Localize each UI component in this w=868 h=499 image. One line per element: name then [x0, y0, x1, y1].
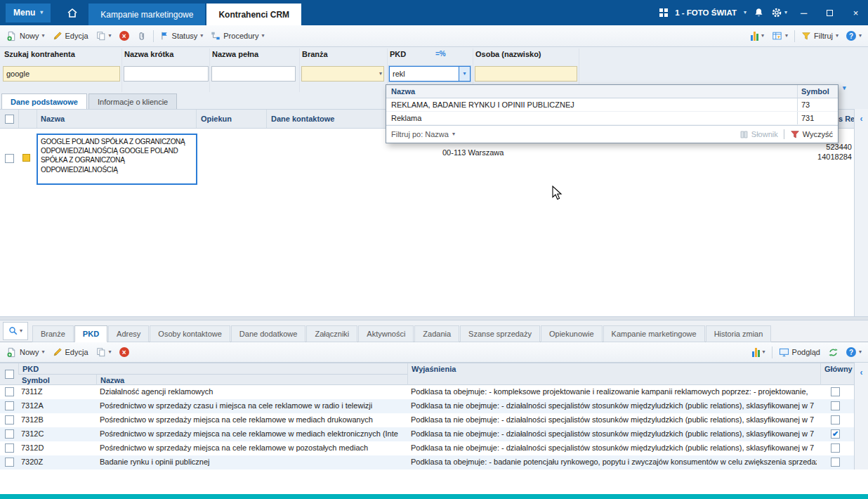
col-header-nazwa[interactable]: Nazwa	[97, 375, 407, 386]
row-checkbox[interactable]	[5, 387, 14, 396]
col-header-wyjasnienia[interactable]: Wyjaśnienia	[407, 363, 820, 386]
attachment-button[interactable]	[133, 27, 150, 44]
nazwa-krotka-input[interactable]	[124, 66, 209, 82]
glowny-checkbox[interactable]	[831, 443, 840, 453]
tab-adresy[interactable]: Adresy	[108, 325, 149, 342]
copy-button[interactable]	[93, 344, 115, 361]
match-mode-icon[interactable]: =%	[435, 50, 446, 58]
pkd-dropdown-button[interactable]	[459, 67, 470, 81]
expand-right-panel-top[interactable]	[854, 109, 868, 316]
tab-osoby-kontaktowe[interactable]: Osoby kontaktowe	[150, 325, 230, 342]
search-icon	[8, 326, 18, 336]
menu-button[interactable]: Menu	[6, 4, 51, 22]
tab-branze[interactable]: Branże	[32, 325, 74, 342]
dropdown-row[interactable]: REKLAMA, BADANIE RYNKU I OPINII PUBLICZN…	[386, 98, 838, 112]
maximize-button[interactable]	[820, 4, 839, 21]
table-row[interactable]: 7320Z Badanie rynku i opinii publicznej …	[0, 455, 854, 469]
glowny-checkbox[interactable]	[831, 401, 840, 410]
filter-by-selector[interactable]: Filtruj po: Nazwa	[391, 130, 455, 138]
filter-divider	[121, 48, 122, 92]
col-header-symbol[interactable]: Symbol	[18, 375, 97, 386]
row-checkbox[interactable]	[5, 154, 14, 163]
nazwa-pelna-input[interactable]	[211, 66, 296, 82]
edit-button[interactable]: Edycja	[49, 27, 92, 44]
tab-kampanie-marketingowe[interactable]: Kampanie marketingowe	[88, 4, 205, 25]
tab-szanse-sprzedazy[interactable]: Szanse sprzedaży	[460, 325, 540, 342]
refresh-button[interactable]	[824, 344, 842, 361]
preview-button[interactable]: Podgląd	[775, 344, 824, 361]
tab-historia-zmian[interactable]: Historia zmian	[706, 325, 772, 342]
slownik-button[interactable]: Słownik	[739, 130, 778, 139]
new-button[interactable]: Nowy	[3, 344, 48, 361]
pkd-combo[interactable]: rekl	[389, 66, 471, 82]
statusy-button[interactable]: Statusy	[157, 27, 207, 44]
tab-dane-podstawowe[interactable]: Dane podstawowe	[1, 93, 87, 109]
expand-right-panel-bottom[interactable]	[854, 363, 868, 469]
col-header-nazwa[interactable]: Nazwa	[37, 110, 197, 128]
chart-icon	[752, 348, 760, 357]
delete-button[interactable]	[116, 27, 133, 44]
glowny-checkbox[interactable]	[831, 415, 840, 425]
chart-button[interactable]	[747, 27, 768, 44]
chevron-down-icon	[42, 33, 45, 39]
row-checkbox[interactable]	[5, 415, 14, 425]
table-row[interactable]: 7312B Pośrednictwo w sprzedaży miejsca n…	[0, 413, 854, 427]
dropdown-col-symbol[interactable]: Symbol	[797, 85, 838, 98]
row-checkbox[interactable]	[5, 458, 14, 467]
row-checkbox[interactable]	[5, 429, 14, 439]
row-adres-cell[interactable]: 00-113 Warszawa	[442, 148, 504, 157]
row-checkbox[interactable]	[5, 401, 14, 410]
col-header-opiekun[interactable]: Opiekun	[197, 110, 267, 128]
settings-button[interactable]	[771, 7, 787, 18]
table-row[interactable]: 7311Z Działalność agencji reklamowych Po…	[0, 385, 854, 399]
workspace-chevron-icon[interactable]	[744, 10, 747, 15]
help-button[interactable]	[843, 344, 865, 361]
tab-aktywnosci[interactable]: Aktywności	[358, 325, 414, 342]
chart-button[interactable]	[749, 344, 769, 361]
table-row[interactable]: 7312D Pośrednictwo w sprzedaży miejsca n…	[0, 441, 854, 455]
row-nazwa-cell[interactable]: GOOGLE POLAND SPÓŁKA Z OGRANICZONĄ ODPOW…	[37, 134, 197, 185]
select-all-checkbox[interactable]	[5, 370, 14, 379]
tab-kampanie-marketingowe[interactable]: Kampanie marketingowe	[603, 325, 705, 342]
osoba-input[interactable]	[475, 66, 577, 82]
tab-zalaczniki[interactable]: Załączniki	[306, 325, 357, 342]
tab-zadania[interactable]: Zadania	[414, 325, 459, 342]
select-all-checkbox[interactable]	[5, 115, 14, 124]
help-button[interactable]	[843, 27, 865, 44]
col-group-pkd[interactable]: PKD	[18, 363, 407, 375]
row-color-indicator[interactable]	[22, 154, 30, 162]
tab-kontrahenci-crm[interactable]: Kontrahenci CRM	[206, 4, 301, 25]
tab-pkd[interactable]: PKD	[74, 325, 107, 342]
copy-button[interactable]	[93, 27, 115, 44]
tab-dane-dodatkowe[interactable]: Dane dodatkowe	[231, 325, 306, 342]
bell-icon[interactable]	[754, 7, 764, 18]
grid-search-button[interactable]	[3, 322, 28, 340]
copy-icon	[96, 31, 106, 41]
glowny-checkbox[interactable]	[831, 387, 840, 396]
apps-grid-icon[interactable]	[659, 8, 668, 17]
glowny-checkbox[interactable]	[831, 458, 840, 467]
col-header-glowny[interactable]: Główny	[820, 363, 854, 386]
search-input[interactable]	[3, 66, 120, 82]
minimize-button[interactable]: ─	[794, 4, 813, 21]
new-button[interactable]: Nowy	[3, 27, 48, 44]
close-button[interactable]: ×	[846, 4, 865, 21]
wyczysc-button[interactable]: Wyczyść	[790, 130, 833, 139]
dropdown-col-nazwa[interactable]: Nazwa	[386, 87, 797, 96]
filter-button[interactable]: Filtruj	[798, 27, 842, 44]
table-row[interactable]: 7312A Pośrednictwo w sprzedaży czasu i m…	[0, 399, 854, 413]
chevron-down-icon	[20, 328, 22, 334]
branza-select[interactable]	[301, 66, 384, 82]
tab-informacje-o-kliencie[interactable]: Informacje o kliencie	[88, 93, 177, 109]
grid-settings-button[interactable]	[768, 27, 791, 44]
tab-opiekunowie[interactable]: Opiekunowie	[541, 325, 603, 342]
collapse-filter-icon[interactable]	[843, 84, 846, 91]
row-checkbox[interactable]	[5, 443, 14, 453]
edit-button[interactable]: Edycja	[49, 344, 92, 361]
delete-button[interactable]	[116, 344, 133, 361]
glowny-checkbox[interactable]	[831, 429, 840, 439]
home-button[interactable]	[62, 4, 83, 22]
table-row[interactable]: 7312C Pośrednictwo w sprzedaży miejsca n…	[0, 427, 854, 441]
dropdown-row[interactable]: Reklama 731	[386, 112, 838, 125]
procedury-button[interactable]: Procedury	[207, 27, 268, 44]
